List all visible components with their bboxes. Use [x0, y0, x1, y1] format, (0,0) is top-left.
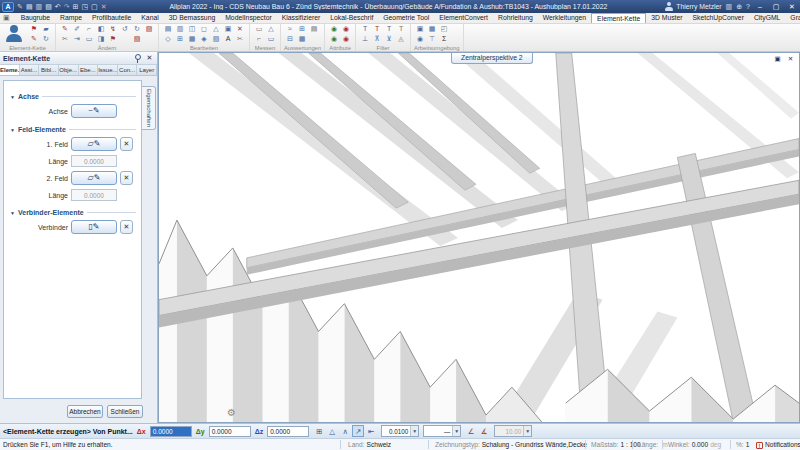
quick-access-icon[interactable]: ▥	[36, 1, 43, 12]
ribbon-icon[interactable]: ⚑	[107, 34, 119, 44]
app-menu-icon[interactable]: ▣	[3, 14, 10, 22]
3d-viewport[interactable]: Zentralperspektive 2 ▣ ✕ ⚙	[158, 52, 800, 423]
ribbon-icon[interactable]: ✐	[71, 24, 83, 34]
ribbon-icon[interactable]: ▧	[210, 34, 222, 44]
ribbon-icon[interactable]: ◉	[328, 34, 340, 44]
ribbon-icon[interactable]: ▭	[253, 24, 265, 34]
quick-access-icon[interactable]: ◳	[81, 1, 88, 12]
menu-tab-werkleitungen[interactable]: Werkleitungen	[538, 13, 591, 23]
menu-tab-sketchupconver[interactable]: SketchUpConver	[688, 13, 749, 23]
ribbon-icon[interactable]: ⊟	[284, 34, 296, 44]
feld1-pick-button[interactable]: ▱✎	[71, 137, 117, 151]
section-feld-header[interactable]: ▼ Feld-Elemente	[4, 124, 141, 135]
snap-step-dropdown[interactable]: 0.0100 ▼	[381, 425, 419, 437]
close-dialog-button[interactable]: Schließen	[107, 405, 143, 418]
ribbon-icon[interactable]: ◇	[162, 34, 174, 44]
quick-access-icon[interactable]: ✎	[17, 1, 23, 12]
viewport-restore-icon[interactable]: ▣	[772, 54, 783, 64]
palette-tab-con[interactable]: Con...	[118, 65, 138, 75]
menu-tab-geometrie-tool[interactable]: Geometrie Tool	[378, 13, 434, 23]
ribbon-icon[interactable]: ◰	[438, 24, 450, 34]
quick-access-icon[interactable]: ✕	[101, 1, 107, 12]
quick-access-icon[interactable]: ▢	[91, 1, 98, 12]
ribbon-icon[interactable]: ◉	[340, 24, 352, 34]
menu-tab-lokal-beschrif[interactable]: Lokal-Beschrif	[325, 13, 378, 23]
ribbon-icon[interactable]: ▦	[426, 24, 438, 34]
palette-tab-issue[interactable]: Issue...	[98, 65, 118, 75]
navigation-wheel-icon[interactable]: ⚙	[227, 407, 236, 418]
section-achse-header[interactable]: ▼ Achse	[4, 91, 141, 102]
angle-field[interactable]: Winkel:0.000deg	[668, 439, 721, 450]
laenge1-input[interactable]: 0.0000	[71, 155, 117, 167]
menu-tab-3d-bemassung[interactable]: 3D Bemassung	[164, 13, 220, 23]
section-verbinder-header[interactable]: ▼ Verbinder-Elemente	[4, 207, 141, 218]
dinput-angle-icon[interactable]: ∡	[478, 425, 490, 437]
palette-tab-assi[interactable]: Assi...	[20, 65, 40, 75]
menu-tab-rampe[interactable]: Rampe	[55, 13, 87, 23]
ribbon-icon[interactable]: ◫	[186, 24, 198, 34]
ribbon-icon[interactable]: T	[359, 24, 371, 34]
pin-icon[interactable]	[134, 54, 141, 63]
menu-tab-3d-muster[interactable]: 3D Muster	[646, 13, 687, 23]
palette-tab-ebe[interactable]: Ebe...	[79, 65, 99, 75]
ribbon-icon[interactable]: ◈	[198, 34, 210, 44]
palette-tab-obje[interactable]: Obje...	[59, 65, 79, 75]
maximize-button[interactable]: ▢	[770, 2, 782, 12]
ribbon-icon[interactable]: ▦	[186, 34, 198, 44]
quick-access-icon[interactable]: ↷	[64, 1, 70, 12]
ribbon-icon[interactable]: ⚑	[28, 24, 40, 34]
palette-tab-bibl[interactable]: Bibl...	[39, 65, 59, 75]
close-button[interactable]: ✕	[786, 2, 798, 12]
ribbon-icon[interactable]: △	[265, 24, 277, 34]
delta-z-input[interactable]: 0.0000	[267, 426, 309, 437]
menu-tab-element-kette[interactable]: Element-Kette	[591, 13, 646, 23]
ribbon-icon[interactable]: ⊼	[371, 34, 383, 44]
achse-pick-button[interactable]: ~✎	[71, 104, 117, 118]
user-avatar-icon[interactable]	[664, 2, 672, 11]
delta-x-input[interactable]: 0.0000	[150, 426, 192, 437]
ribbon-icon[interactable]: ⊻	[383, 34, 395, 44]
ribbon-icon[interactable]: ⌐	[253, 34, 265, 44]
ribbon-icon[interactable]: ◨	[95, 34, 107, 44]
tab-eigenschaften[interactable]: Eigenschaften	[142, 86, 156, 130]
ribbon-icon[interactable]: ⊤	[426, 34, 438, 44]
viewport-tab[interactable]: Zentralperspektive 2	[451, 53, 533, 64]
laenge2-input[interactable]: 0.0000	[71, 189, 117, 201]
shop-icon[interactable]: ▥	[726, 3, 733, 11]
ribbon-icon[interactable]: A	[222, 34, 234, 44]
ribbon-icon[interactable]: ↯	[107, 24, 119, 34]
ribbon-icon[interactable]: ◧	[95, 24, 107, 34]
menu-tab-modelinspector[interactable]: ModelInspector	[220, 13, 276, 23]
dinput-tool-icon[interactable]: △	[326, 425, 338, 437]
ribbon-icon[interactable]: T	[371, 24, 383, 34]
ribbon-icon[interactable]: ◻	[198, 24, 210, 34]
ribbon-icon[interactable]: ≈	[284, 24, 296, 34]
ribbon-icon[interactable]: ↺	[119, 24, 131, 34]
menu-tab-baugrube[interactable]: Baugrube	[16, 13, 55, 23]
quick-access-icon[interactable]: ▧	[45, 1, 52, 12]
ribbon-icon[interactable]: ▤	[162, 24, 174, 34]
app-logo-icon[interactable]: A	[2, 2, 14, 12]
feld2-pick-button[interactable]: ▱✎	[71, 171, 117, 185]
user-name[interactable]: Thierry Metzler	[676, 3, 721, 10]
menu-tab-citygml[interactable]: CityGML	[749, 13, 785, 23]
verbinder-delete-button[interactable]: ✕	[120, 220, 133, 234]
ribbon-icon[interactable]: ◉	[328, 24, 340, 34]
3d-viewport-canvas[interactable]	[159, 53, 799, 422]
drawing-type-field[interactable]: Zeichnungstyp:Schalung - Grundriss Wände…	[435, 439, 587, 450]
quick-access-icon[interactable]: ⊞	[73, 1, 79, 12]
menu-tab-rohrleitung[interactable]: Rohrleitung	[493, 13, 538, 23]
ribbon-icon[interactable]: ⌐	[83, 24, 95, 34]
palette-close-icon[interactable]: ✕	[145, 54, 154, 62]
ribbon-icon[interactable]: ▭	[265, 34, 277, 44]
help-icon[interactable]: ?	[746, 3, 750, 11]
ribbon-icon[interactable]: ⇥	[71, 34, 83, 44]
ribbon-icon[interactable]: ▥	[174, 24, 186, 34]
quick-access-icon[interactable]: ↶	[55, 1, 61, 12]
ribbon-icon[interactable]: ▤	[308, 24, 320, 34]
line-style-dropdown[interactable]: — ▼	[423, 425, 461, 437]
dinput-tool-icon[interactable]: ⇤	[365, 425, 377, 437]
ribbon-icon[interactable]: △	[210, 24, 222, 34]
ribbon-icon[interactable]: ▨	[143, 24, 155, 34]
ribbon-icon[interactable]: ▣	[414, 24, 426, 34]
